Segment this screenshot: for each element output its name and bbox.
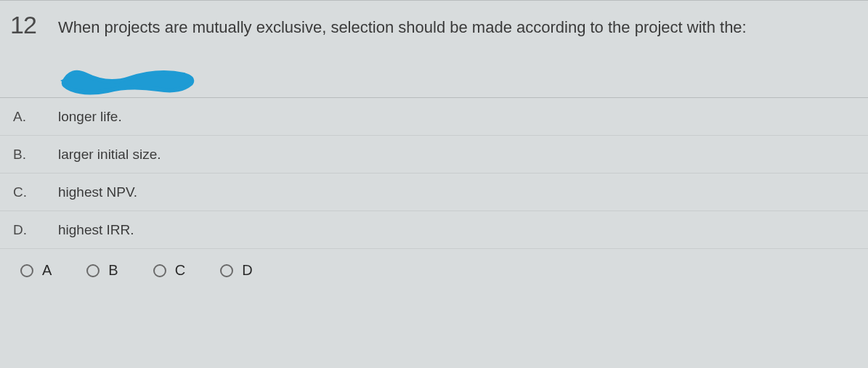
option-letter: A.: [13, 109, 58, 125]
radio-label: D: [242, 262, 252, 279]
option-text: longer life.: [58, 109, 122, 125]
radio-option-c[interactable]: C: [153, 262, 185, 279]
option-letter: C.: [13, 184, 58, 200]
radio-icon: [220, 264, 233, 277]
radio-icon: [153, 264, 166, 277]
question-text: When projects are mutually exclusive, se…: [58, 14, 853, 39]
option-text: highest NPV.: [58, 184, 137, 200]
option-row: D. highest IRR.: [0, 211, 868, 249]
options-list: A. longer life. B. larger initial size. …: [0, 98, 868, 249]
option-row: B. larger initial size.: [0, 136, 868, 173]
radio-option-b[interactable]: B: [86, 262, 118, 279]
option-text: larger initial size.: [58, 147, 161, 163]
answer-selection-row: A B C D: [0, 249, 868, 292]
radio-icon: [86, 264, 100, 277]
radio-option-d[interactable]: D: [220, 262, 252, 279]
option-letter: D.: [13, 222, 58, 238]
question-block: 12 When projects are mutually exclusive,…: [0, 0, 868, 98]
radio-icon: [20, 264, 33, 277]
annotation-scribble: [57, 53, 202, 104]
radio-label: B: [108, 262, 118, 279]
option-letter: B.: [13, 147, 58, 163]
radio-label: A: [42, 262, 52, 279]
question-number: 12: [10, 11, 36, 39]
option-text: highest IRR.: [58, 222, 134, 238]
radio-label: C: [175, 262, 185, 279]
option-row: C. highest NPV.: [0, 173, 868, 211]
quiz-container: 12 When projects are mutually exclusive,…: [0, 0, 868, 292]
radio-option-a[interactable]: A: [20, 262, 52, 279]
